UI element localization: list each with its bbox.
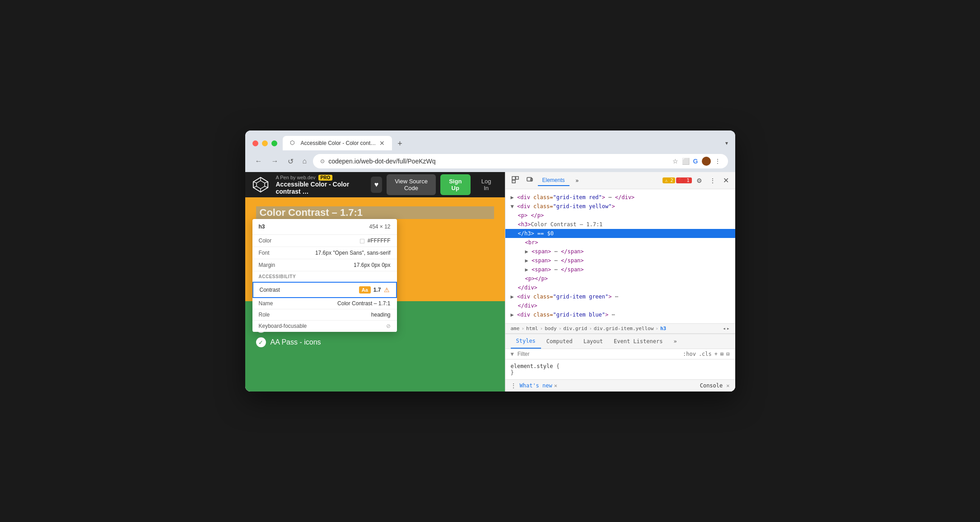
cls-button[interactable]: .cls: [699, 351, 712, 357]
inspector-kb-row: Keyboard-focusable ⊘: [252, 321, 397, 332]
toggle-style-icon[interactable]: ⊟: [726, 351, 729, 357]
dom-line[interactable]: ▶ <span> ⋯ </span>: [505, 265, 735, 274]
devtools-settings-button[interactable]: ⚙: [694, 176, 705, 186]
dom-line[interactable]: <p> </p>: [505, 211, 735, 220]
breadcrumb-next-icon[interactable]: ▸: [727, 326, 730, 331]
more-menu-icon[interactable]: ⋮: [714, 158, 721, 165]
style-selector: element.style: [511, 363, 553, 369]
url-text: codepen.io/web-dot-dev/full/PoeKzWq: [328, 158, 668, 165]
main-area: A Pen by web.dev PRO Accessible Color - …: [245, 172, 735, 392]
whats-new-label: What's new: [520, 382, 552, 389]
role-value: heading: [371, 312, 391, 318]
pen-info: A Pen by web.dev PRO Accessible Color - …: [276, 175, 364, 195]
profile-icon[interactable]: [702, 157, 711, 166]
tab-more-styles[interactable]: »: [668, 335, 682, 348]
breadcrumb-prev-icon[interactable]: ◂: [723, 326, 726, 331]
dom-tree[interactable]: ▶ <div class="grid-item red"> ⋯ </div> ▼…: [505, 189, 735, 323]
triangle-icon: ▼: [511, 203, 517, 210]
active-tab[interactable]: ⬡ Accessible Color - Color cont… ✕: [283, 136, 392, 150]
contrast-value: 1.7: [373, 287, 381, 293]
bottom-menu-icon[interactable]: ⋮: [511, 382, 516, 389]
triangle-icon: ▶: [511, 294, 517, 300]
maximize-button[interactable]: [271, 140, 277, 146]
dom-line[interactable]: ▶ <div class="grid-item blue"> ⋯: [505, 310, 735, 319]
copy-style-icon[interactable]: ⊞: [720, 351, 723, 357]
minimize-button[interactable]: [262, 140, 268, 146]
svg-rect-10: [516, 177, 518, 179]
tab-more[interactable]: »: [571, 176, 583, 186]
dom-line[interactable]: ▶ <div class="grid-item green"> ⋯: [505, 292, 735, 301]
address-actions: ☆ ⬜ G ⋮: [672, 157, 721, 166]
warning-count: ⚠ 2 🚫 1: [663, 177, 691, 183]
bookmark-icon[interactable]: ☆: [672, 158, 678, 165]
back-button[interactable]: ←: [252, 155, 265, 167]
signup-button[interactable]: Sign Up: [440, 174, 471, 195]
styles-content: element.style { }: [505, 359, 735, 379]
breadcrumb-divgrid[interactable]: div.grid: [563, 326, 587, 331]
margin-label: Margin: [259, 262, 275, 268]
breadcrumb-h3[interactable]: h3: [660, 326, 666, 331]
device-toolbar-button[interactable]: [523, 175, 536, 186]
dom-line[interactable]: ▶ <span> ⋯ </span>: [505, 247, 735, 256]
tab-event-listeners[interactable]: Event Listeners: [608, 335, 668, 348]
inspector-tag-label: h3: [259, 224, 265, 230]
whats-new-close-icon[interactable]: ✕: [554, 382, 557, 389]
aa-pass-icons-text: AA Pass - icons: [271, 338, 321, 346]
styles-panel: Styles Computed Layout Event Listeners »: [505, 334, 735, 379]
header-actions: ♥ View Source Code Sign Up Log In: [371, 174, 498, 195]
filter-input[interactable]: [518, 351, 679, 357]
aa-pass-icons-item: ✓ AA Pass - icons: [256, 337, 494, 347]
tab-styles[interactable]: Styles: [511, 334, 541, 349]
style-open-brace: {: [556, 363, 560, 369]
breadcrumb-body[interactable]: body: [545, 326, 557, 331]
view-source-button[interactable]: View Source Code: [387, 174, 436, 195]
dom-line[interactable]: ▶ <div class="grid-item red"> ⋯ </div>: [505, 193, 735, 202]
dom-line[interactable]: ▼ <div class="grid-item yellow">: [505, 202, 735, 211]
reload-button[interactable]: ↺: [285, 155, 296, 168]
breadcrumb-ame[interactable]: ame: [511, 326, 520, 331]
inspect-element-button[interactable]: [509, 175, 522, 186]
console-tab-label[interactable]: Console: [700, 382, 723, 389]
inspector-font-row: Font 17.6px "Open Sans", sans-serif: [252, 247, 397, 259]
dom-line[interactable]: <h3>Color Contrast – 1.7:1: [505, 220, 735, 229]
whats-new-tab[interactable]: What's new ✕: [520, 382, 557, 389]
extensions-icon[interactable]: ⬜: [682, 158, 690, 165]
yellow-section: Color Contrast – 1.7:1 h3 454 × 12 Color: [245, 197, 505, 301]
dom-line-selected[interactable]: </h3> == $0: [505, 229, 735, 238]
devtools-more-button[interactable]: ⋮: [707, 176, 719, 186]
dom-line[interactable]: <br>: [505, 238, 735, 247]
dom-line[interactable]: </div>: [505, 283, 735, 292]
devtools-close-button[interactable]: ✕: [720, 175, 732, 186]
breadcrumb-html[interactable]: html: [526, 326, 538, 331]
svg-rect-8: [512, 177, 515, 180]
tab-elements[interactable]: Elements: [538, 175, 569, 186]
tab-layout[interactable]: Layout: [578, 335, 608, 348]
home-button[interactable]: ⌂: [300, 155, 310, 167]
tab-close-icon[interactable]: ✕: [379, 140, 385, 147]
tab-title: Accessible Color - Color cont…: [301, 140, 376, 146]
dom-line[interactable]: <p></p>: [505, 274, 735, 283]
tab-chevron-icon[interactable]: ▾: [725, 140, 728, 146]
pro-badge: PRO: [318, 175, 333, 181]
elements-tab-label: Elements: [542, 177, 565, 183]
close-button[interactable]: [252, 140, 258, 146]
triangle-icon: ▶: [525, 257, 532, 264]
svg-line-7: [253, 186, 256, 188]
hov-button[interactable]: :hov: [683, 351, 696, 357]
forward-button[interactable]: →: [269, 155, 281, 167]
dom-line[interactable]: ▶ <span> ⋯ </span>: [505, 256, 735, 265]
address-field[interactable]: ⊙ codepen.io/web-dot-dev/full/PoeKzWq ☆ …: [313, 154, 728, 168]
heart-button[interactable]: ♥: [371, 177, 383, 193]
dom-line[interactable]: </div>: [505, 301, 735, 310]
new-tab-button[interactable]: +: [394, 137, 406, 150]
devtools-header: Elements » ⚠ 2 🚫 1 ⚙ ⋮ ✕: [505, 172, 735, 189]
inspector-popup: h3 454 × 12 Color #FFFFFF Font: [252, 219, 397, 332]
svg-rect-9: [512, 180, 515, 183]
add-style-icon[interactable]: +: [714, 351, 718, 357]
breadcrumb-yellow[interactable]: div.grid-item.yellow: [594, 326, 653, 331]
accessibility-section: ACCESSIBILITY: [252, 271, 397, 282]
console-close-icon[interactable]: ✕: [726, 382, 729, 389]
tab-computed[interactable]: Computed: [541, 335, 578, 348]
color-swatch: [360, 239, 364, 243]
login-button[interactable]: Log In: [475, 174, 498, 195]
